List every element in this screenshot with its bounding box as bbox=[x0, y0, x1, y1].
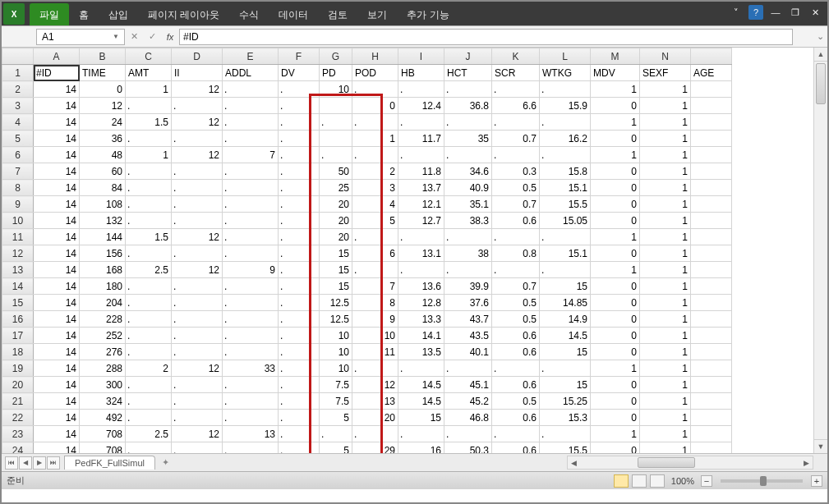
data-cell[interactable]: 14 bbox=[34, 229, 80, 245]
column-header[interactable]: K bbox=[492, 48, 540, 65]
data-cell[interactable]: . bbox=[172, 344, 223, 360]
data-cell[interactable]: . bbox=[492, 229, 540, 245]
data-cell[interactable]: 10 bbox=[320, 344, 352, 360]
data-cell[interactable]: 0 bbox=[591, 295, 640, 311]
data-cell[interactable]: 1 bbox=[591, 147, 640, 163]
data-cell[interactable]: . bbox=[279, 196, 320, 213]
data-cell[interactable]: 33 bbox=[223, 360, 279, 377]
data-cell[interactable]: 20 bbox=[320, 196, 352, 213]
window-restore-icon[interactable]: ❐ bbox=[788, 5, 803, 20]
header-cell[interactable]: #ID bbox=[34, 65, 80, 81]
row-header[interactable]: 6 bbox=[2, 147, 34, 163]
data-cell[interactable]: . bbox=[223, 229, 279, 245]
row-header[interactable]: 9 bbox=[2, 196, 34, 213]
data-table[interactable]: ABCDEFGHIJKLMN1#IDTIMEAMTIIADDLDVPDPODHB… bbox=[2, 48, 732, 453]
data-cell[interactable]: . bbox=[223, 328, 279, 344]
data-cell[interactable]: 15 bbox=[320, 245, 352, 262]
data-cell[interactable]: 1 bbox=[591, 114, 640, 131]
header-cell[interactable]: WTKG bbox=[540, 65, 591, 81]
data-cell[interactable]: . bbox=[398, 81, 444, 98]
data-cell[interactable]: 14 bbox=[34, 377, 80, 393]
data-cell[interactable] bbox=[691, 377, 732, 393]
data-cell[interactable]: 0 bbox=[591, 163, 640, 180]
data-cell[interactable]: 14 bbox=[34, 98, 80, 114]
column-header[interactable]: A bbox=[34, 48, 80, 65]
data-cell[interactable]: 1 bbox=[640, 98, 691, 114]
data-cell[interactable]: 14 bbox=[34, 213, 80, 229]
data-cell[interactable]: 1 bbox=[640, 426, 691, 442]
data-cell[interactable]: 38.3 bbox=[444, 213, 492, 229]
data-cell[interactable]: 20 bbox=[320, 229, 352, 245]
data-cell[interactable]: . bbox=[223, 114, 279, 131]
data-cell[interactable]: 10 bbox=[352, 328, 398, 344]
data-cell[interactable]: . bbox=[172, 131, 223, 147]
data-cell[interactable]: . bbox=[352, 147, 398, 163]
data-cell[interactable]: 1 bbox=[640, 213, 691, 229]
vertical-scrollbar[interactable]: ▲ ▼ bbox=[813, 48, 827, 453]
data-cell[interactable]: 46.8 bbox=[444, 410, 492, 426]
column-header[interactable]: I bbox=[398, 48, 444, 65]
data-cell[interactable]: 11.8 bbox=[398, 163, 444, 180]
data-cell[interactable]: 0 bbox=[591, 98, 640, 114]
data-cell[interactable]: 15 bbox=[540, 377, 591, 393]
data-cell[interactable]: 2.5 bbox=[126, 426, 172, 442]
data-cell[interactable]: 14.9 bbox=[540, 311, 591, 328]
data-cell[interactable]: 252 bbox=[80, 328, 126, 344]
data-cell[interactable]: 1 bbox=[640, 278, 691, 295]
data-cell[interactable]: . bbox=[172, 328, 223, 344]
ribbon-minimize-icon[interactable]: ˅ bbox=[729, 5, 744, 20]
data-cell[interactable]: 36 bbox=[80, 131, 126, 147]
data-cell[interactable]: . bbox=[126, 410, 172, 426]
data-cell[interactable]: 15 bbox=[320, 278, 352, 295]
data-cell[interactable]: . bbox=[352, 360, 398, 377]
data-cell[interactable]: 1 bbox=[640, 377, 691, 393]
data-cell[interactable]: . bbox=[492, 262, 540, 278]
data-cell[interactable]: 14.85 bbox=[540, 295, 591, 311]
data-cell[interactable]: . bbox=[126, 295, 172, 311]
data-cell[interactable]: . bbox=[444, 81, 492, 98]
data-cell[interactable]: 45.1 bbox=[444, 377, 492, 393]
data-cell[interactable]: . bbox=[279, 163, 320, 180]
data-cell[interactable]: . bbox=[172, 196, 223, 213]
data-cell[interactable]: 1 bbox=[640, 442, 691, 454]
data-cell[interactable] bbox=[691, 114, 732, 131]
data-cell[interactable]: 180 bbox=[80, 278, 126, 295]
data-cell[interactable]: 1 bbox=[640, 344, 691, 360]
data-cell[interactable]: . bbox=[126, 442, 172, 454]
data-cell[interactable]: 14 bbox=[34, 426, 80, 442]
data-cell[interactable]: 168 bbox=[80, 262, 126, 278]
data-cell[interactable]: 0.7 bbox=[492, 278, 540, 295]
header-cell[interactable]: SCR bbox=[492, 65, 540, 81]
data-cell[interactable]: 14.1 bbox=[398, 328, 444, 344]
data-cell[interactable]: 14.5 bbox=[540, 328, 591, 344]
data-cell[interactable]: 12.4 bbox=[398, 98, 444, 114]
data-cell[interactable]: 10 bbox=[320, 360, 352, 377]
data-cell[interactable]: 29 bbox=[352, 442, 398, 454]
data-cell[interactable]: 12.1 bbox=[398, 196, 444, 213]
data-cell[interactable]: 7 bbox=[352, 278, 398, 295]
data-cell[interactable]: 228 bbox=[80, 311, 126, 328]
data-cell[interactable]: 35.1 bbox=[444, 196, 492, 213]
data-cell[interactable]: 13 bbox=[352, 393, 398, 410]
data-cell[interactable]: 14 bbox=[34, 311, 80, 328]
data-cell[interactable]: 12 bbox=[172, 229, 223, 245]
data-cell[interactable] bbox=[691, 196, 732, 213]
row-header[interactable]: 15 bbox=[2, 295, 34, 311]
data-cell[interactable] bbox=[320, 98, 352, 114]
ribbon-tab-2[interactable]: 삽입 bbox=[99, 3, 138, 25]
column-header[interactable]: H bbox=[352, 48, 398, 65]
data-cell[interactable]: . bbox=[126, 196, 172, 213]
data-cell[interactable]: . bbox=[492, 147, 540, 163]
data-cell[interactable]: 12.5 bbox=[320, 311, 352, 328]
data-cell[interactable]: . bbox=[279, 180, 320, 196]
data-cell[interactable]: . bbox=[279, 377, 320, 393]
data-cell[interactable]: 12 bbox=[80, 98, 126, 114]
row-header[interactable]: 12 bbox=[2, 245, 34, 262]
data-cell[interactable]: 1 bbox=[591, 229, 640, 245]
data-cell[interactable]: . bbox=[352, 114, 398, 131]
data-cell[interactable]: . bbox=[540, 81, 591, 98]
data-cell[interactable] bbox=[691, 393, 732, 410]
row-header[interactable]: 3 bbox=[2, 98, 34, 114]
data-cell[interactable]: 2.5 bbox=[126, 262, 172, 278]
data-cell[interactable]: 276 bbox=[80, 344, 126, 360]
